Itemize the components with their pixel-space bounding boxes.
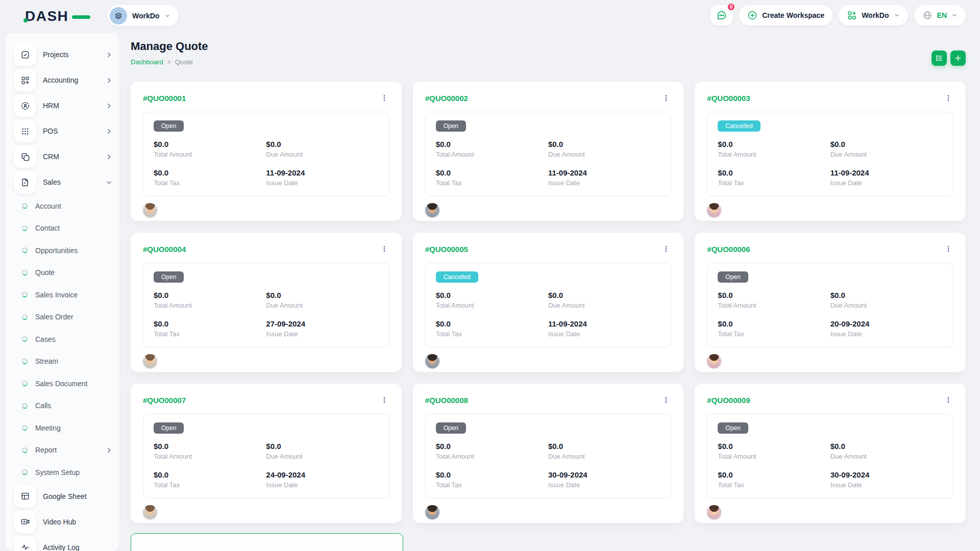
quote-id-link[interactable]: #QUO00009: [707, 396, 750, 405]
quote-values: $0.0Total Amount$0.0Due Amount$0.0Total …: [436, 140, 661, 187]
kebab-menu-button[interactable]: [661, 93, 671, 103]
sidebar-subitem-quote[interactable]: Quote: [5, 262, 119, 284]
logo-text: DASH: [25, 8, 68, 24]
sidebar-subitem-sales-order[interactable]: Sales Order: [5, 306, 119, 329]
checkbox-icon: [14, 43, 36, 66]
sidebar-subitem-label: Calls: [35, 402, 112, 410]
kebab-menu-button[interactable]: [943, 395, 953, 405]
due-amount-label: Due Amount: [266, 151, 378, 158]
kebab-icon: [662, 94, 670, 102]
sidebar-subitem-cases[interactable]: Cases: [5, 328, 119, 350]
total-tax-value: $0.0: [436, 168, 548, 177]
sidebar-subitem-system-setup[interactable]: System Setup: [5, 461, 119, 484]
sidebar-subitem-opportunities[interactable]: Opportunities: [5, 239, 119, 262]
owner-avatar[interactable]: [707, 203, 721, 217]
due-amount-label: Due Amount: [266, 453, 378, 460]
kebab-menu-button[interactable]: [661, 244, 671, 254]
owner-avatar[interactable]: [707, 354, 721, 368]
kebab-icon: [662, 245, 670, 253]
quote-id-link[interactable]: #QUO00004: [143, 245, 186, 254]
total-tax-label: Total Tax: [718, 330, 830, 338]
sidebar-item-pos[interactable]: POS: [5, 118, 119, 144]
workspace-avatar: [110, 7, 127, 24]
quote-id-link[interactable]: #QUO00007: [143, 396, 186, 405]
sidebar-subitem-label: Cases: [35, 335, 112, 343]
owner-avatar[interactable]: [143, 505, 157, 519]
owner-avatar[interactable]: [425, 505, 439, 519]
quote-id-link[interactable]: #QUO00005: [425, 245, 468, 254]
quote-id-link[interactable]: #QUO00003: [707, 94, 750, 103]
sidebar-item-hrm[interactable]: HRM: [5, 93, 119, 118]
sidebar-subitem-report[interactable]: Report: [5, 439, 119, 462]
owner-avatar[interactable]: [425, 203, 439, 217]
overlap-squares-icon: [14, 145, 36, 168]
sidebar-subitem-sales-invoice[interactable]: Sales Invoice: [5, 284, 119, 306]
quote-id-link[interactable]: #QUO00002: [425, 94, 468, 103]
sidebar-item-accounting[interactable]: Accounting: [5, 67, 119, 93]
issue-date-label: Issue Date: [548, 330, 660, 338]
sidebar-item-google-sheet[interactable]: Google Sheet: [5, 484, 119, 509]
create-workspace-button[interactable]: Create Workspace: [739, 5, 832, 26]
total-amount-label: Total Amount: [436, 151, 548, 158]
total-amount-value: $0.0: [154, 291, 266, 299]
logo-green-dot: [23, 18, 28, 22]
language-selector[interactable]: EN: [914, 5, 966, 26]
sidebar-subitem-account[interactable]: Account: [5, 195, 119, 217]
workspace-switcher[interactable]: WorkDo: [108, 5, 179, 26]
sidebar-subitem-label: Stream: [35, 357, 112, 365]
issue-date-label: Issue Date: [548, 179, 660, 187]
quote-values: $0.0Total Amount$0.0Due Amount$0.0Total …: [718, 291, 943, 338]
issue-date-value: 11-09-2024: [266, 168, 378, 177]
total-tax-label: Total Tax: [436, 481, 548, 489]
owner-avatar[interactable]: [707, 505, 721, 519]
card-header: #QUO00004: [143, 243, 389, 255]
add-quote-button[interactable]: [950, 51, 966, 66]
kebab-menu-button[interactable]: [379, 244, 389, 254]
create-workspace-label: Create Workspace: [762, 11, 824, 19]
issue-date-value: 30-09-2024: [830, 470, 943, 479]
quote-id-link[interactable]: #QUO00001: [143, 94, 186, 103]
messages-button[interactable]: 0: [710, 5, 733, 26]
sidebar-item-sales[interactable]: Sales: [5, 169, 119, 195]
sidebar-subitem-meeting[interactable]: Meeting: [5, 417, 119, 439]
issue-date-label: Issue Date: [266, 179, 378, 187]
sidebar-subitem-sales-document[interactable]: Sales Document: [5, 372, 119, 395]
kebab-menu-button[interactable]: [943, 93, 953, 103]
issue-date-label: Issue Date: [266, 481, 378, 489]
sidebar-item-crm[interactable]: CRM: [5, 144, 119, 169]
status-badge: Cancelled: [718, 120, 760, 132]
list-view-button[interactable]: [932, 51, 947, 66]
document-icon: [14, 171, 36, 193]
owner-avatar[interactable]: [425, 354, 439, 368]
card-header: #QUO00006: [707, 243, 953, 255]
breadcrumb-dashboard-link[interactable]: Dashboard: [131, 58, 163, 66]
due-amount-label: Due Amount: [548, 453, 660, 460]
status-badge: Open: [436, 120, 466, 132]
sidebar-subitem-label: Meeting: [35, 424, 112, 432]
sidebar-item-activity-log[interactable]: Activity Log: [5, 535, 119, 551]
card-header: #QUO00005: [425, 243, 672, 255]
quote-id-link[interactable]: #QUO00008: [425, 396, 468, 405]
sidebar-item-projects[interactable]: Projects: [5, 42, 119, 67]
kebab-menu-button[interactable]: [943, 244, 953, 254]
owner-avatar[interactable]: [143, 354, 157, 368]
kebab-menu-button[interactable]: [379, 93, 389, 103]
sidebar-subitem-label: Sales Document: [35, 380, 112, 388]
status-badge: Cancelled: [436, 271, 478, 283]
page-actions: [932, 51, 966, 66]
kebab-menu-button[interactable]: [379, 395, 389, 405]
card-body: Open$0.0Total Amount$0.0Due Amount$0.0To…: [425, 112, 672, 196]
quote-id-link[interactable]: #QUO00006: [707, 245, 750, 254]
dash-logo[interactable]: DASH: [25, 9, 81, 24]
kebab-menu-button[interactable]: [661, 395, 671, 405]
sidebar-subitem-contact[interactable]: Contact: [5, 217, 119, 240]
sidebar-subitem-stream[interactable]: Stream: [5, 350, 119, 373]
card-body: Open$0.0Total Amount$0.0Due Amount$0.0To…: [425, 414, 672, 498]
sidebar-item-video-hub[interactable]: Video Hub: [5, 509, 119, 535]
sidebar-subitem-label: Report: [35, 446, 106, 454]
app-menu-button[interactable]: WorkDo: [839, 5, 908, 26]
sidebar-subitem-calls[interactable]: Calls: [5, 395, 119, 417]
owner-avatar[interactable]: [143, 203, 157, 217]
sidebar-item-label: Sales: [43, 178, 106, 186]
total-amount-label: Total Amount: [154, 151, 266, 158]
